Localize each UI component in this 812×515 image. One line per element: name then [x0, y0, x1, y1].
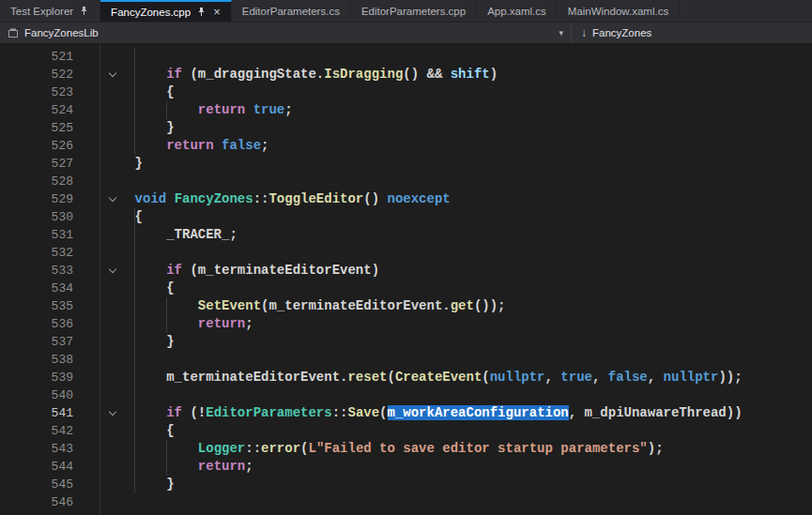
- code-line[interactable]: 546: [0, 493, 812, 511]
- line-number: 523: [0, 83, 73, 101]
- code-text: _TRACER_;: [103, 226, 237, 244]
- code-text: }: [103, 333, 175, 351]
- line-number: 528: [0, 173, 73, 190]
- member-dropdown[interactable]: ↓ FancyZones: [572, 23, 661, 43]
- tab-label: EditorParameters.cpp: [361, 0, 466, 23]
- tab-label: EditorParameters.cs: [242, 0, 340, 23]
- code-line[interactable]: 538: [0, 351, 812, 369]
- code-line[interactable]: 536 return;: [0, 315, 812, 333]
- tab-label: FancyZones.cpp: [111, 1, 191, 23]
- code-text: return true;: [103, 101, 293, 119]
- code-editor[interactable]: 520521522 if (m_draggingState.IsDragging…: [0, 44, 812, 515]
- tab-editorparameters-cs[interactable]: EditorParameters.cs: [232, 0, 351, 22]
- code-line[interactable]: 541 if (!EditorParameters::Save(m_workAr…: [0, 404, 812, 422]
- navigation-bar: FancyZonesLib ▾ ↓ FancyZones: [0, 23, 812, 44]
- line-number: 531: [0, 226, 73, 244]
- code-text: {: [103, 83, 175, 101]
- tab-label: MainWindow.xaml.cs: [568, 0, 668, 23]
- code-text: if (!EditorParameters::Save(m_workAreaCo…: [103, 404, 743, 422]
- line-number: 537: [0, 333, 73, 351]
- line-number: 532: [0, 244, 73, 262]
- member-dropdown-label: FancyZones: [592, 27, 651, 38]
- chevron-down-icon: ▾: [559, 28, 563, 38]
- code-text: return;: [103, 458, 253, 476]
- line-number: 544: [0, 458, 73, 476]
- pushpin-icon[interactable]: [196, 7, 207, 17]
- down-arrow-icon: ↓: [581, 26, 587, 39]
- code-text: }: [103, 476, 175, 493]
- code-text: }: [103, 155, 143, 173]
- line-number: 546: [0, 493, 73, 511]
- code-line[interactable]: 545 }: [0, 476, 812, 493]
- code-text: Logger::error(L"Failed to save editor st…: [103, 440, 664, 458]
- code-line[interactable]: 533 if (m_terminateEditorEvent): [0, 262, 812, 280]
- code-text: if (m_draggingState.IsDragging() && shif…: [103, 66, 498, 83]
- close-icon[interactable]: ×: [213, 6, 221, 18]
- document-tab-bar: Test ExplorerFancyZones.cpp×EditorParame…: [0, 0, 812, 23]
- line-number: 541: [0, 404, 73, 422]
- pushpin-icon[interactable]: [79, 6, 89, 16]
- project-dropdown-label: FancyZonesLib: [24, 27, 99, 38]
- code-line[interactable]: 527 }: [0, 155, 812, 173]
- code-line[interactable]: 543 Logger::error(L"Failed to save edito…: [0, 440, 812, 458]
- tab-mainwindow-xaml-cs[interactable]: MainWindow.xaml.cs: [558, 0, 680, 22]
- line-number: 535: [0, 297, 73, 315]
- visual-studio-editor: Test ExplorerFancyZones.cpp×EditorParame…: [0, 0, 812, 515]
- code-line[interactable]: 539 m_terminateEditorEvent.reset(CreateE…: [0, 369, 812, 386]
- code-text: {: [103, 280, 175, 297]
- code-lines: 520521522 if (m_draggingState.IsDragging…: [0, 44, 812, 511]
- code-line[interactable]: 534 {: [0, 280, 812, 297]
- line-number: 536: [0, 315, 73, 333]
- line-number: 521: [0, 48, 73, 66]
- tab-label: Test Explorer: [10, 0, 73, 23]
- code-line[interactable]: 531 _TRACER_;: [0, 226, 812, 244]
- project-dropdown[interactable]: FancyZonesLib ▾: [0, 23, 571, 43]
- line-number: 542: [0, 422, 73, 440]
- code-line[interactable]: 525 }: [0, 119, 812, 137]
- line-number: 522: [0, 66, 73, 83]
- code-line[interactable]: 537 }: [0, 333, 812, 351]
- line-number: 540: [0, 386, 73, 404]
- code-text: if (m_terminateEditorEvent): [103, 262, 379, 280]
- code-line[interactable]: 540: [0, 386, 812, 404]
- line-number: 533: [0, 262, 73, 280]
- code-text: }: [103, 119, 175, 137]
- line-number: 545: [0, 476, 73, 493]
- code-text: return false;: [103, 137, 268, 155]
- code-line[interactable]: 526 return false;: [0, 137, 812, 155]
- line-number: 530: [0, 208, 73, 226]
- line-number: 526: [0, 137, 73, 155]
- tab-editorparameters-cpp[interactable]: EditorParameters.cpp: [351, 0, 477, 22]
- code-line[interactable]: 521: [0, 48, 812, 66]
- project-icon: [8, 27, 19, 38]
- tab-app-xaml-cs[interactable]: App.xaml.cs: [477, 0, 558, 22]
- code-text: {: [103, 422, 175, 440]
- selected-text: m_workAreaConfiguration: [388, 405, 569, 420]
- line-number: 529: [0, 190, 73, 208]
- code-text: m_terminateEditorEvent.reset(CreateEvent…: [103, 369, 743, 386]
- line-number: 534: [0, 280, 73, 297]
- tab-label: App.xaml.cs: [487, 0, 546, 23]
- code-line[interactable]: 535 SetEvent(m_terminateEditorEvent.get(…: [0, 297, 812, 315]
- code-line[interactable]: 544 return;: [0, 458, 812, 476]
- line-number: 525: [0, 119, 73, 137]
- tab-fancyzones-cpp[interactable]: FancyZones.cpp×: [100, 0, 232, 22]
- code-line[interactable]: 542 {: [0, 422, 812, 440]
- code-text: SetEvent(m_terminateEditorEvent.get());: [103, 297, 506, 315]
- code-line[interactable]: 532: [0, 244, 812, 262]
- tab-test-explorer[interactable]: Test Explorer: [0, 0, 100, 22]
- code-text: void FancyZones::ToggleEditor() noexcept: [103, 190, 451, 208]
- code-line[interactable]: 524 return true;: [0, 101, 812, 119]
- code-line[interactable]: 529 void FancyZones::ToggleEditor() noex…: [0, 190, 812, 208]
- code-text: {: [103, 208, 143, 226]
- code-line[interactable]: 523 {: [0, 83, 812, 101]
- code-line[interactable]: 528: [0, 173, 812, 190]
- line-number: 538: [0, 351, 73, 369]
- line-number: 527: [0, 155, 73, 173]
- line-number: 539: [0, 369, 73, 386]
- line-number: 543: [0, 440, 73, 458]
- line-number: 524: [0, 101, 73, 119]
- code-line[interactable]: 522 if (m_draggingState.IsDragging() && …: [0, 66, 812, 83]
- code-text: return;: [103, 315, 253, 333]
- code-line[interactable]: 530 {: [0, 208, 812, 226]
